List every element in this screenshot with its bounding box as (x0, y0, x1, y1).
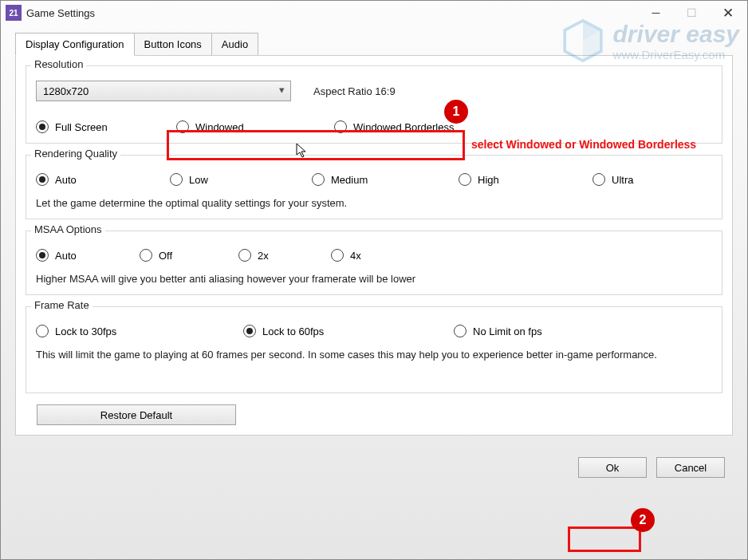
msaa-legend: MSAA Options (31, 223, 105, 235)
radio-msaa-2x[interactable]: 2x (238, 249, 331, 262)
radio-msaa-4x[interactable]: 4x (331, 249, 361, 262)
radio-icon (243, 325, 256, 337)
window-title: Game Settings (26, 7, 638, 19)
radio-fr-60[interactable]: Lock to 60fps (243, 325, 454, 337)
radio-label: Windowed Borderless (353, 121, 454, 133)
tab-audio[interactable]: Audio (211, 33, 258, 56)
radio-icon (176, 120, 189, 133)
radio-icon (459, 173, 471, 186)
tabs: Display Configuration Button Icons Audio (15, 33, 747, 56)
radio-msaa-auto[interactable]: Auto (36, 249, 140, 262)
radio-label: High (478, 174, 499, 186)
radio-label: Medium (331, 174, 368, 186)
radio-rq-auto[interactable]: Auto (36, 173, 170, 186)
radio-icon (36, 173, 49, 186)
framerate-group: Frame Rate Lock to 30fps Lock to 60fps N… (26, 306, 722, 393)
radio-msaa-off[interactable]: Off (140, 249, 238, 262)
radio-icon (312, 173, 325, 186)
framerate-desc: This will limit the game to playing at 6… (36, 349, 712, 361)
radio-label: Windowed (195, 121, 244, 133)
annotation-text-1: select Windowed or Windowed Borderless (471, 138, 696, 151)
radio-icon (334, 120, 347, 133)
tab-display-configuration[interactable]: Display Configuration (15, 33, 135, 56)
radio-icon (36, 120, 49, 133)
close-button[interactable]: ✕ (710, 2, 746, 24)
annotation-badge-1: 1 (444, 100, 468, 124)
msaa-group: MSAA Options Auto Off 2x 4x (26, 231, 722, 295)
radio-icon (238, 249, 251, 262)
radio-rq-ultra[interactable]: Ultra (592, 173, 633, 186)
aspect-ratio-label: Aspect Ratio 16:9 (313, 85, 396, 97)
app-icon: 21 (6, 5, 22, 21)
rendering-desc: Let the game determine the optimal quali… (36, 197, 712, 209)
resolution-legend: Resolution (31, 58, 86, 70)
radio-label: Low (189, 174, 208, 186)
framerate-legend: Frame Rate (31, 299, 93, 311)
game-settings-window: 21 Game Settings ─ ☐ ✕ Display Configura… (0, 0, 748, 560)
radio-icon (36, 325, 49, 337)
resolution-select[interactable]: 1280x720 (36, 81, 291, 101)
radio-label: Lock to 30fps (55, 325, 116, 337)
radio-icon (331, 249, 344, 262)
titlebar: 21 Game Settings ─ ☐ ✕ (1, 1, 747, 25)
radio-label: Off (159, 250, 172, 262)
annotation-badge-2: 2 (631, 508, 655, 532)
radio-full-screen[interactable]: Full Screen (36, 120, 170, 133)
radio-icon (454, 325, 467, 337)
radio-fr-30[interactable]: Lock to 30fps (36, 325, 243, 337)
maximize-button[interactable]: ☐ (674, 2, 710, 24)
ok-button[interactable]: Ok (578, 457, 647, 478)
radio-icon (592, 173, 605, 186)
radio-icon (170, 173, 183, 186)
tab-button-icons[interactable]: Button Icons (134, 33, 212, 56)
radio-label: 2x (258, 250, 269, 262)
radio-windowed[interactable]: Windowed (176, 120, 328, 133)
radio-icon (140, 249, 152, 262)
cancel-button[interactable]: Cancel (656, 457, 725, 478)
annotation-highlight-2 (568, 526, 641, 552)
dialog-footer: Ok Cancel (1, 444, 747, 492)
radio-fr-nolimit[interactable]: No Limit on fps (454, 325, 542, 337)
radio-icon (36, 249, 49, 262)
msaa-desc: Higher MSAA will give you better anti al… (36, 273, 712, 285)
radio-rq-high[interactable]: High (459, 173, 592, 186)
radio-label: 4x (350, 250, 361, 262)
restore-default-button[interactable]: Restore Default (37, 404, 236, 425)
radio-label: Full Screen (55, 121, 108, 133)
rendering-legend: Rendering Quality (31, 148, 120, 160)
minimize-button[interactable]: ─ (638, 2, 674, 24)
rendering-quality-group: Rendering Quality Auto Low Medium High (26, 155, 722, 219)
radio-label: Ultra (612, 174, 633, 186)
resolution-group: Resolution 1280x720 Aspect Ratio 16:9 Fu… (26, 65, 722, 144)
radio-label: Auto (55, 250, 77, 262)
tab-panel: Resolution 1280x720 Aspect Ratio 16:9 Fu… (15, 55, 733, 436)
radio-label: Auto (55, 174, 77, 186)
radio-windowed-borderless[interactable]: Windowed Borderless (334, 120, 454, 133)
radio-rq-medium[interactable]: Medium (312, 173, 459, 186)
radio-rq-low[interactable]: Low (170, 173, 312, 186)
radio-label: No Limit on fps (473, 325, 542, 337)
radio-label: Lock to 60fps (262, 325, 324, 337)
